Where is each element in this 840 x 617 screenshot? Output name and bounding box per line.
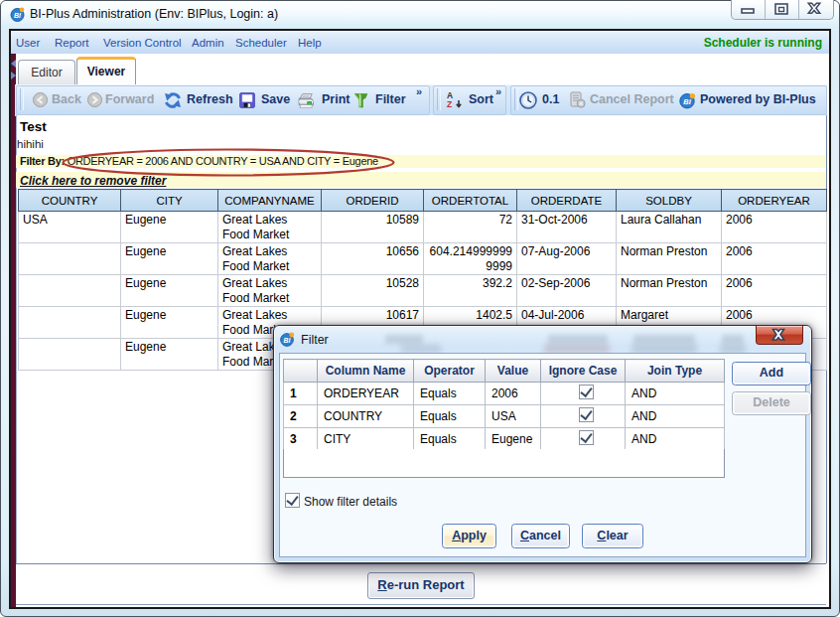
svg-text:BI: BI bbox=[683, 97, 691, 106]
svg-text:BI: BI bbox=[284, 337, 291, 344]
svg-text:Z: Z bbox=[447, 99, 452, 109]
svg-text:BI: BI bbox=[14, 12, 22, 19]
